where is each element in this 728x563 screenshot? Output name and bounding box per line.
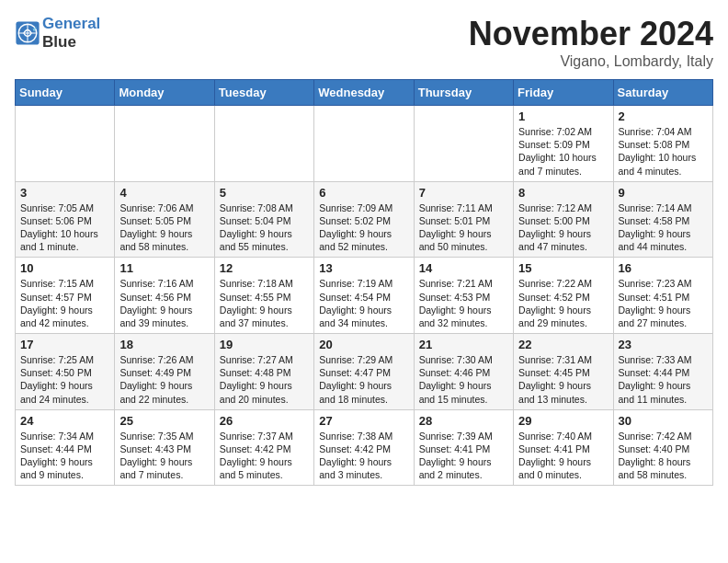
day-number: 7 [419,186,508,200]
day-info: Daylight: 9 hours and 27 minutes. [619,304,708,329]
day-info: Sunrise: 7:42 AM [619,430,708,442]
day-info: Daylight: 9 hours and 3 minutes. [319,455,408,481]
day-info: Sunrise: 7:35 AM [119,430,209,442]
calendar-cell: 20Sunrise: 7:29 AMSunset: 4:47 PMDayligh… [314,334,414,410]
day-info: Sunrise: 7:25 AM [20,353,109,366]
day-info: Sunrise: 7:02 AM [518,125,608,138]
day-info: Sunrise: 7:05 AM [20,201,109,214]
day-info: Sunrise: 7:30 AM [419,353,508,366]
day-info: Daylight: 8 hours and 58 minutes. [619,455,708,481]
day-info: Daylight: 9 hours and 58 minutes. [119,227,209,253]
day-info: Daylight: 9 hours and 52 minutes. [319,227,408,253]
day-info: Sunrise: 7:34 AM [20,430,109,442]
day-info: Sunset: 4:52 PM [518,291,608,304]
day-info: Sunset: 4:51 PM [619,291,708,304]
day-info: Daylight: 9 hours and 42 minutes. [20,304,109,329]
day-number: 22 [518,338,608,351]
day-number: 2 [619,109,708,123]
weekday-header: Sunday [16,80,115,106]
calendar-cell: 21Sunrise: 7:30 AMSunset: 4:46 PMDayligh… [414,334,513,410]
calendar-cell: 19Sunrise: 7:27 AMSunset: 4:48 PMDayligh… [214,334,313,410]
location: Vigano, Lombardy, Italy [469,53,713,70]
day-info: Sunrise: 7:04 AM [619,125,708,138]
day-info: Sunrise: 7:27 AM [220,353,309,366]
day-info: Daylight: 9 hours and 0 minutes. [518,455,608,481]
calendar-cell: 8Sunrise: 7:12 AMSunset: 5:00 PMDaylight… [514,181,613,258]
day-info: Daylight: 9 hours and 55 minutes. [220,227,309,253]
day-number: 17 [20,338,109,351]
calendar-cell: 1Sunrise: 7:02 AMSunset: 5:09 PMDaylight… [514,106,613,182]
day-info: Sunset: 5:05 PM [119,214,209,227]
day-info: Sunrise: 7:37 AM [220,430,309,442]
day-info: Daylight: 10 hours and 4 minutes. [619,151,708,177]
day-info: Daylight: 10 hours and 7 minutes. [518,151,608,177]
day-number: 4 [119,186,209,200]
calendar-cell: 11Sunrise: 7:16 AMSunset: 4:56 PMDayligh… [115,258,214,334]
calendar-week-row: 10Sunrise: 7:15 AMSunset: 4:57 PMDayligh… [16,258,713,334]
calendar-cell: 6Sunrise: 7:09 AMSunset: 5:02 PMDaylight… [314,181,414,258]
day-info: Sunrise: 7:33 AM [619,353,708,366]
calendar-cell: 28Sunrise: 7:39 AMSunset: 4:41 PMDayligh… [414,409,513,486]
day-info: Daylight: 9 hours and 34 minutes. [319,304,408,329]
calendar-cell: 12Sunrise: 7:18 AMSunset: 4:55 PMDayligh… [214,258,313,334]
day-info: Sunset: 4:41 PM [419,442,508,455]
calendar-cell [314,106,414,182]
calendar-cell: 2Sunrise: 7:04 AMSunset: 5:08 PMDaylight… [613,106,712,182]
calendar-table: SundayMondayTuesdayWednesdayThursdayFrid… [15,79,713,486]
calendar-cell: 4Sunrise: 7:06 AMSunset: 5:05 PMDaylight… [115,181,214,258]
day-info: Sunset: 4:40 PM [619,442,708,455]
day-info: Sunset: 5:09 PM [518,138,608,151]
day-info: Daylight: 9 hours and 2 minutes. [419,455,508,481]
weekday-header: Monday [115,80,214,106]
calendar-week-row: 3Sunrise: 7:05 AMSunset: 5:06 PMDaylight… [16,181,713,258]
calendar-cell: 17Sunrise: 7:25 AMSunset: 4:50 PMDayligh… [16,334,115,410]
day-info: Sunset: 4:57 PM [20,291,109,304]
calendar-cell: 13Sunrise: 7:19 AMSunset: 4:54 PMDayligh… [314,258,414,334]
day-info: Sunset: 4:44 PM [20,442,109,455]
calendar-cell: 23Sunrise: 7:33 AMSunset: 4:44 PMDayligh… [613,334,712,410]
day-info: Sunset: 5:01 PM [419,214,508,227]
day-info: Sunset: 5:00 PM [518,214,608,227]
day-info: Sunrise: 7:22 AM [518,277,608,290]
day-info: Sunset: 4:44 PM [619,366,708,379]
day-number: 10 [20,261,109,275]
calendar-cell: 24Sunrise: 7:34 AMSunset: 4:44 PMDayligh… [16,409,115,486]
calendar-cell: 29Sunrise: 7:40 AMSunset: 4:41 PMDayligh… [514,409,613,486]
day-number: 11 [119,261,209,275]
day-number: 13 [319,261,408,275]
calendar-cell: 9Sunrise: 7:14 AMSunset: 4:58 PMDaylight… [613,181,712,258]
weekday-header: Wednesday [314,80,414,106]
calendar-week-row: 1Sunrise: 7:02 AMSunset: 5:09 PMDaylight… [16,106,713,182]
day-info: Daylight: 9 hours and 50 minutes. [419,227,508,253]
day-number: 18 [119,338,209,351]
day-info: Sunrise: 7:18 AM [220,277,309,290]
day-number: 27 [319,414,408,428]
day-info: Daylight: 9 hours and 9 minutes. [20,455,109,481]
day-info: Sunrise: 7:14 AM [619,201,708,214]
calendar-week-row: 24Sunrise: 7:34 AMSunset: 4:44 PMDayligh… [16,409,713,486]
day-info: Sunrise: 7:23 AM [619,277,708,290]
day-number: 30 [619,414,708,428]
day-info: Sunset: 4:45 PM [518,366,608,379]
day-info: Sunrise: 7:26 AM [119,353,209,366]
day-info: Sunset: 5:04 PM [220,214,309,227]
calendar-week-row: 17Sunrise: 7:25 AMSunset: 4:50 PMDayligh… [16,334,713,410]
day-info: Sunset: 4:41 PM [518,442,608,455]
day-number: 21 [419,338,508,351]
day-info: Sunset: 4:58 PM [619,214,708,227]
day-info: Sunrise: 7:15 AM [20,277,109,290]
day-info: Sunset: 4:55 PM [220,291,309,304]
day-info: Sunrise: 7:16 AM [119,277,209,290]
calendar-cell: 22Sunrise: 7:31 AMSunset: 4:45 PMDayligh… [514,334,613,410]
day-number: 24 [20,414,109,428]
calendar-cell: 18Sunrise: 7:26 AMSunset: 4:49 PMDayligh… [115,334,214,410]
day-info: Sunset: 4:42 PM [319,442,408,455]
day-info: Daylight: 9 hours and 20 minutes. [220,379,309,405]
day-info: Sunrise: 7:19 AM [319,277,408,290]
day-info: Daylight: 10 hours and 1 minute. [20,227,109,253]
day-info: Sunrise: 7:29 AM [319,353,408,366]
logo: General Blue [15,15,100,51]
weekday-header: Thursday [414,80,513,106]
calendar-cell [214,106,313,182]
calendar-cell: 30Sunrise: 7:42 AMSunset: 4:40 PMDayligh… [613,409,712,486]
